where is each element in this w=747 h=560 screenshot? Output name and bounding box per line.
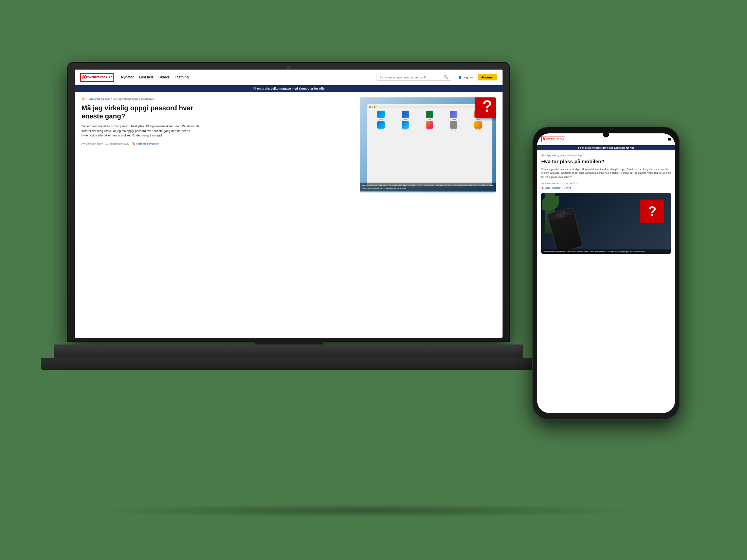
bookmark-icon: 🔖	[132, 142, 135, 145]
phone-logo-k: K	[543, 137, 546, 142]
windows-ui-demo: Edge Word Excel Teams Store Outlook OneD…	[367, 104, 492, 186]
phone-content: 🏠 › Spørsmål og svar › Hva tar plass p..…	[537, 150, 675, 413]
phone-article-title: Hva tar plass på mobilen?	[541, 158, 671, 165]
phone-print-button[interactable]: 🖨 Print	[563, 187, 571, 189]
article-title: Må jeg virkelig oppgi passord hver enest…	[81, 104, 204, 120]
nav-nyheter[interactable]: Nyheter	[121, 75, 133, 79]
header-actions: 👤 Logg inn Abonner	[458, 74, 497, 80]
search-bar[interactable]: 🔍	[377, 74, 451, 81]
laptop-base	[54, 344, 523, 358]
phone-camera	[603, 131, 609, 137]
phone-body: K KOMPUTER FOR ALLE Få en gratis velkoms…	[533, 127, 679, 419]
site-logo[interactable]: K KOMPUTER FOR ALLE	[80, 73, 114, 82]
phone-logo-text: KOMPUTER FOR ALLE	[546, 138, 564, 140]
phone-logo[interactable]: K KOMPUTER FOR ALLE	[541, 136, 565, 142]
laptop-lid: K KOMPUTER FOR ALLE Nyheter Last ned Gui…	[68, 63, 509, 341]
phone-article-image: ? I mobilens innstillinger kan du se en …	[541, 193, 671, 254]
site-header: K KOMPUTER FOR ALLE Nyheter Last ned Gui…	[75, 70, 503, 85]
login-button[interactable]: 👤 Logg inn	[458, 76, 474, 79]
logo-text: KOMPUTER FOR ALLE	[86, 76, 112, 79]
question-mark-badge: ?	[475, 97, 496, 118]
win-icons: Edge Word Excel Teams Store Outlook OneD…	[368, 109, 491, 132]
promo-bar[interactable]: Få en gratis velkomstgave med Komputer f…	[75, 85, 503, 92]
subscribe-button[interactable]: Abonner	[478, 74, 497, 80]
article-author: Av Christian Trant · 19. september 2023	[81, 142, 129, 145]
article-intro: Det er greit nok at en pc bør passordbes…	[81, 124, 204, 138]
phone-article-text: Samsung-mobilen advarer stadig vekk om a…	[541, 167, 671, 179]
laptop-camera	[287, 66, 290, 69]
nav-last-ned[interactable]: Last ned	[139, 75, 153, 79]
phone-article-meta: Av Steffen Nielsen · 21. oktober 2023	[541, 182, 671, 185]
main-nav: Nyheter Last ned Guider Testning	[121, 75, 370, 79]
phone-website: K KOMPUTER FOR ALLE Få en gratis velkoms…	[537, 133, 675, 413]
search-input[interactable]	[380, 76, 441, 79]
article-area: 🏠 › Spørsmål og svar › Må jeg virkelig o…	[75, 92, 503, 338]
phone-breadcrumb: 🏠 › Spørsmål og svar › Hva tar plass p..…	[541, 154, 671, 156]
phone-breadcrumb-qa[interactable]: Spørsmål og svar	[547, 154, 564, 156]
phone-device: K KOMPUTER FOR ALLE Få en gratis velkoms…	[533, 127, 679, 419]
plant-leaf	[542, 196, 559, 210]
phone-camera-dot	[668, 138, 671, 141]
laptop-device: K KOMPUTER FOR ALLE Nyheter Last ned Gui…	[68, 63, 509, 470]
phone-promo-bar[interactable]: Få en gratis velkomstgave med Komputer f…	[537, 145, 675, 150]
article-image-caption: For en stasjonær datamaskin gir det egen…	[360, 183, 496, 191]
bookmark-button[interactable]: 🔖 Fjern fra Favoritter	[132, 142, 159, 145]
laptop-bottom	[41, 358, 536, 370]
article-meta: Av Christian Trant · 19. september 2023 …	[81, 142, 354, 145]
search-icon: 🔍	[443, 75, 448, 79]
ground-shadow	[85, 504, 645, 518]
nav-guider[interactable]: Guider	[159, 75, 169, 79]
phone-image-caption: I mobilens innstillinger kan du se en ov…	[541, 249, 671, 254]
phone-article-actions: 🔖 Lagre i favoritter 🖨 Print	[541, 187, 671, 189]
phone-save-button[interactable]: 🔖 Lagre i favoritter	[541, 187, 561, 189]
breadcrumb-qa-link[interactable]: Spørsmål og svar	[89, 97, 110, 100]
phone-bookmark-icon: 🔖	[541, 187, 544, 189]
win-taskbar	[368, 106, 491, 108]
article-content: 🏠 › Spørsmål og svar › Må jeg virkelig o…	[81, 97, 354, 332]
article-image: Edge Word Excel Teams Store Outlook OneD…	[360, 97, 496, 192]
laptop-website: K KOMPUTER FOR ALLE Nyheter Last ned Gui…	[75, 70, 503, 338]
nav-testning[interactable]: Testning	[175, 75, 189, 79]
phone-question-badge: ?	[640, 200, 664, 223]
phone-screen: K KOMPUTER FOR ALLE Få en gratis velkoms…	[537, 133, 675, 413]
user-icon: 👤	[458, 76, 462, 79]
phone-print-icon: 🖨	[563, 187, 566, 189]
logo-k-letter: K	[82, 74, 86, 80]
breadcrumb: 🏠 › Spørsmål og svar › Må jeg virkelig o…	[81, 97, 354, 100]
laptop-screen: K KOMPUTER FOR ALLE Nyheter Last ned Gui…	[75, 70, 503, 338]
scene: K KOMPUTER FOR ALLE Nyheter Last ned Gui…	[68, 42, 679, 518]
